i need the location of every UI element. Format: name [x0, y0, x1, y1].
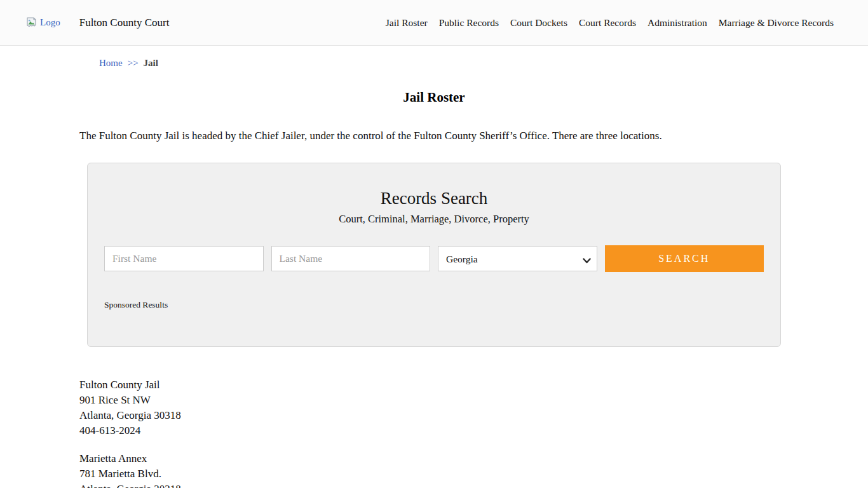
logo-link[interactable]: Logo [25, 17, 60, 29]
search-button[interactable]: SEARCH [605, 245, 764, 272]
broken-image-icon [25, 17, 37, 29]
intro-text: The Fulton County Jail is headed by the … [79, 130, 792, 142]
header: Logo Fulton County Court Jail Roster Pub… [0, 0, 868, 46]
location-name: Fulton County Jail [79, 377, 868, 393]
first-name-field-wrapper [104, 246, 264, 272]
location-address-line: 901 Rice St NW [79, 393, 868, 408]
last-name-field-wrapper [271, 246, 431, 272]
breadcrumb-home-link[interactable]: Home [99, 58, 123, 68]
location-address-line: Atlanta, Georgia 30318 [79, 482, 868, 488]
nav-item-public-records[interactable]: Public Records [439, 17, 499, 29]
records-search-subtitle: Court, Criminal, Marriage, Divorce, Prop… [104, 213, 764, 226]
first-name-input[interactable] [104, 246, 264, 271]
nav-item-administration[interactable]: Administration [648, 17, 707, 29]
breadcrumb: Home>>Jail [99, 58, 868, 69]
location-phone: 404-613-2024 [79, 423, 868, 438]
breadcrumb-separator: >> [128, 58, 139, 68]
nav-item-jail-roster[interactable]: Jail Roster [386, 17, 428, 29]
last-name-input[interactable] [271, 246, 431, 271]
location-marietta-annex: Marietta Annex 781 Marietta Blvd. Atlant… [79, 451, 868, 488]
state-select-wrapper: Georgia [438, 246, 597, 272]
breadcrumb-current: Jail [144, 58, 158, 68]
logo-alt-text: Logo [40, 17, 60, 28]
nav-item-court-dockets[interactable]: Court Dockets [510, 17, 567, 29]
nav-item-marriage-divorce-records[interactable]: Marriage & Divorce Records [719, 17, 834, 29]
locations-list: Fulton County Jail 901 Rice St NW Atlant… [79, 377, 868, 488]
location-address-line: 781 Marietta Blvd. [79, 466, 868, 482]
site-title: Fulton County Court [79, 17, 170, 29]
location-name: Marietta Annex [79, 451, 868, 466]
records-search-title: Records Search [104, 189, 764, 208]
records-search-form: Georgia SEARCH [104, 246, 764, 272]
sponsored-results-label: Sponsored Results [104, 300, 764, 310]
page-title: Jail Roster [0, 90, 868, 105]
main-nav: Jail Roster Public Records Court Dockets… [386, 17, 834, 29]
location-address-line: Atlanta, Georgia 30318 [79, 408, 868, 423]
nav-item-court-records[interactable]: Court Records [579, 17, 636, 29]
state-select[interactable]: Georgia [438, 246, 597, 271]
location-fulton-county-jail: Fulton County Jail 901 Rice St NW Atlant… [79, 377, 868, 438]
records-search-panel: Records Search Court, Criminal, Marriage… [87, 163, 781, 347]
